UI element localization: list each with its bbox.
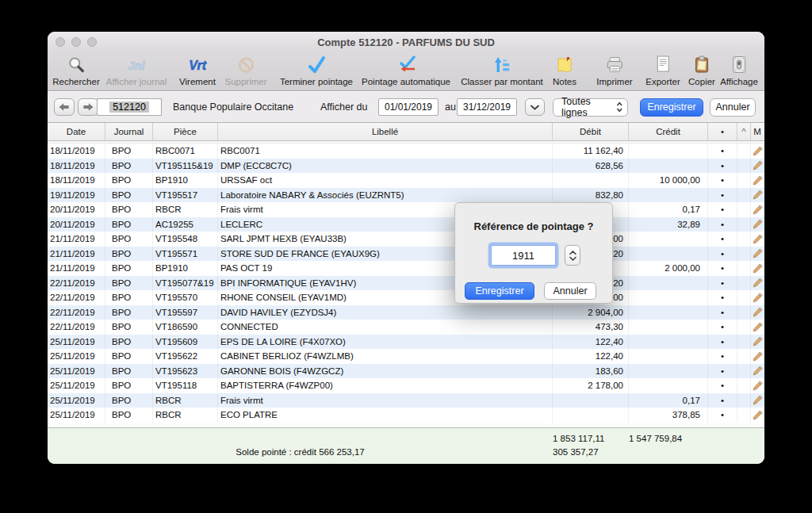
table-row[interactable]: 18/11/2019 BPO RBC0071 RBC0071 11 162,40…: [48, 144, 764, 159]
dialog-save-button[interactable]: Enregistrer: [465, 282, 534, 300]
edit-row-button[interactable]: [751, 290, 764, 305]
edit-row-button[interactable]: [751, 320, 764, 335]
edit-row-button[interactable]: [751, 364, 764, 379]
edit-row-button[interactable]: [751, 393, 764, 408]
cell-credit: [629, 247, 708, 262]
pointed-marker: •: [708, 261, 737, 276]
edit-row-button[interactable]: [751, 247, 764, 262]
table-row[interactable]: 25/11/2019 BPO VT195622 CABINET BERLIOZ …: [48, 349, 764, 364]
cell-piece: BP1910: [153, 173, 218, 188]
search-button[interactable]: Rechercher: [52, 54, 99, 86]
print-button[interactable]: Imprimer: [596, 54, 632, 86]
finish-pointing-button[interactable]: Terminer pointage: [280, 54, 353, 86]
edit-row-button[interactable]: [751, 159, 764, 174]
cell-date: 20/11/2019: [48, 202, 105, 217]
column-header-caret[interactable]: ^: [737, 123, 751, 140]
reference-stepper[interactable]: [565, 245, 580, 266]
table-row[interactable]: 22/11/2019 BPO VT195570 RHONE CONSEIL (E…: [48, 290, 764, 305]
column-header-debit[interactable]: Débit: [553, 123, 629, 140]
edit-row-button[interactable]: [751, 144, 764, 159]
table-row[interactable]: 22/11/2019 BPO VT195077&19 BPI INFORMATI…: [48, 276, 764, 291]
table-row[interactable]: 18/11/2019 BPO VT195115&19 DMP (ECC8C7C)…: [48, 159, 764, 174]
window-title: Compte 512120 - PARFUMS DU SUD: [48, 36, 764, 48]
cell-journal: BPO: [105, 217, 153, 232]
column-header-pointed[interactable]: •: [708, 123, 737, 140]
table-row[interactable]: 19/11/2019 BPO VT195517 Laboratoire NABA…: [48, 188, 764, 203]
cell-libelle: DAVID HAVILEY (EZYDSJ4): [218, 305, 553, 320]
sort-by-amount-button[interactable]: Classer par montant: [461, 54, 543, 86]
cell-piece: VT195115&19: [153, 159, 218, 174]
export-button[interactable]: Exporter: [645, 54, 680, 86]
previous-account-button[interactable]: [54, 98, 75, 116]
edit-row-button[interactable]: [751, 173, 764, 188]
table-row[interactable]: 21/11/2019 BPO BP1910 PAS OCT 19 2 000,0…: [48, 261, 764, 276]
edit-row-button[interactable]: [751, 261, 764, 276]
table-row[interactable]: 25/11/2019 BPO VT195623 GARONNE BOIS (F4…: [48, 364, 764, 379]
notes-button[interactable]: Notes: [553, 54, 576, 86]
cell-caret: [737, 290, 751, 305]
cell-piece: VT195118: [153, 378, 218, 393]
column-header-libelle[interactable]: Libellé: [218, 123, 553, 140]
cell-piece: VT195548: [153, 232, 218, 247]
table-row[interactable]: 25/11/2019 BPO VT195118 BAPTISTERRA (F4W…: [48, 378, 764, 393]
save-button[interactable]: Enregistrer: [640, 98, 703, 117]
cell-debit: 628,56: [553, 159, 629, 174]
column-header-piece[interactable]: Pièce: [153, 123, 218, 140]
edit-row-button[interactable]: [751, 305, 764, 320]
ledger-table: 18/11/2019 BPO RBC0071 RBC0071 11 162,40…: [48, 141, 764, 423]
display-button[interactable]: Affichage: [720, 54, 758, 86]
pointed-marker: •: [708, 378, 737, 393]
cell-credit: [629, 188, 708, 203]
table-row[interactable]: 21/11/2019 BPO VT195548 SARL JPMT HEXB (…: [48, 232, 764, 247]
edit-row-button[interactable]: [751, 349, 764, 364]
table-row[interactable]: 22/11/2019 BPO VT195597 DAVID HAVILEY (E…: [48, 305, 764, 320]
table-row[interactable]: 25/11/2019 BPO RBCR Frais virmt 0,17 •: [48, 393, 764, 408]
column-header-credit[interactable]: Crédit: [629, 123, 708, 140]
edit-row-button[interactable]: [751, 217, 764, 232]
cell-caret: [737, 320, 751, 335]
edit-row-button[interactable]: [751, 408, 764, 423]
table-row[interactable]: 20/11/2019 BPO RBCR Frais virmt 0,17 •: [48, 202, 764, 217]
pencil-icon: [753, 395, 763, 405]
edit-row-button[interactable]: [751, 378, 764, 393]
edit-row-button[interactable]: [751, 232, 764, 247]
transfer-button[interactable]: Vrt Virement: [179, 54, 216, 86]
cell-debit: [553, 173, 629, 188]
column-header-m[interactable]: M: [751, 123, 764, 140]
toolbar-label: Affichage: [720, 77, 758, 86]
table-row[interactable]: 22/11/2019 BPO VT186590 CONNECTED 473,30…: [48, 320, 764, 335]
next-account-button[interactable]: [78, 98, 98, 116]
table-row[interactable]: 18/11/2019 BPO BP1910 URSSAF oct 10 000,…: [48, 173, 764, 188]
pencil-icon: [753, 175, 763, 186]
cell-piece: BP1910: [153, 261, 218, 276]
edit-row-button[interactable]: [751, 335, 764, 350]
totals-area: 1 853 117,11 1 547 759,84 Solde pointé :…: [48, 428, 764, 464]
column-header-journal[interactable]: Journal: [105, 123, 153, 140]
copy-button[interactable]: Copier: [688, 54, 715, 86]
cell-caret: [737, 364, 751, 379]
cancel-button[interactable]: Annuler: [710, 98, 756, 117]
edit-row-button[interactable]: [751, 276, 764, 291]
account-number-field[interactable]: 512120: [97, 98, 162, 116]
pointing-reference-input[interactable]: [491, 245, 556, 266]
edit-row-button[interactable]: [751, 202, 764, 217]
auto-pointing-button[interactable]: Pointage automatique: [362, 54, 450, 86]
date-to-field[interactable]: 31/12/2019: [457, 98, 517, 116]
lines-filter-select[interactable]: Toutes lignes: [553, 98, 628, 117]
cell-credit: [629, 144, 708, 159]
table-row[interactable]: 25/11/2019 BPO VT195609 EPS DE LA LOIRE …: [48, 335, 764, 350]
column-header-date[interactable]: Date: [48, 123, 105, 140]
edit-row-button[interactable]: [751, 188, 764, 203]
table-row[interactable]: 20/11/2019 BPO AC19255 LECLERC 32,89 •: [48, 217, 764, 232]
cell-debit: 2 904,00: [553, 305, 629, 320]
toolbar-label: Pointage automatique: [362, 77, 450, 86]
cell-piece: RBC0071: [153, 144, 218, 159]
dialog-cancel-button[interactable]: Annuler: [544, 282, 596, 300]
date-from-field[interactable]: 01/01/2019: [378, 98, 439, 116]
cell-date: 25/11/2019: [48, 335, 105, 350]
table-row[interactable]: 25/11/2019 BPO RBCR ECO PLATRE 378,85 •: [48, 408, 764, 423]
date-presets-button[interactable]: [525, 98, 545, 116]
cell-caret: [737, 202, 751, 217]
table-row[interactable]: 21/11/2019 BPO VT195571 STORE SUD DE FRA…: [48, 247, 764, 262]
titlebar[interactable]: Compte 512120 - PARFUMS DU SUD: [48, 32, 764, 52]
